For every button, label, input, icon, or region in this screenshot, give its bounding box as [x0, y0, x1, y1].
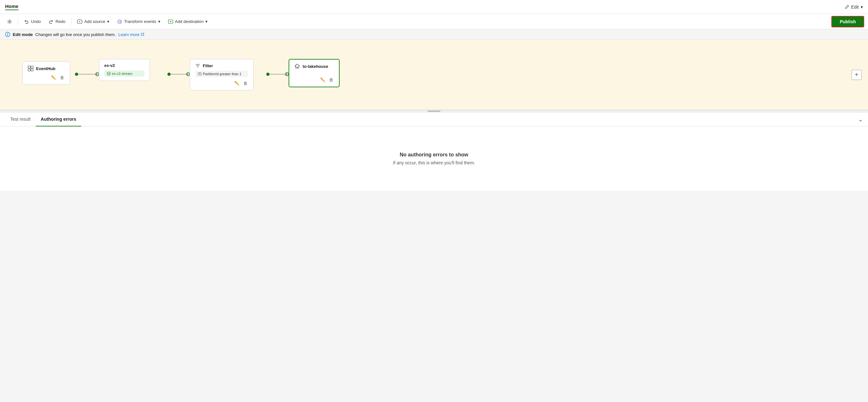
svg-point-11: [187, 73, 190, 76]
svg-rect-19: [28, 69, 30, 71]
filter-condition-icon: [198, 72, 202, 76]
title-bar: Home Edit ▾: [0, 0, 868, 14]
learn-more-label: Learn more: [118, 32, 140, 37]
filter-icon: [195, 63, 200, 68]
learn-more-link[interactable]: Learn more: [118, 32, 144, 37]
esv2-subtitle: es-v2-stream: [112, 72, 132, 75]
svg-point-0: [9, 21, 10, 22]
edit-mode-message: Changes will go live once you publish th…: [35, 32, 116, 37]
lakehouse-icon: [294, 63, 300, 69]
redo-label: Redo: [56, 19, 65, 24]
publish-button[interactable]: Publish: [831, 16, 864, 27]
lakehouse-delete-btn[interactable]: 🗑: [329, 77, 334, 83]
tabs-expand-button[interactable]: ⌄: [858, 116, 863, 123]
toolbar: Undo Redo Add source ▾ Transform events …: [0, 14, 868, 29]
svg-point-14: [266, 73, 270, 76]
divider-handle[interactable]: [0, 110, 868, 112]
filter-node[interactable]: Filter PartitionId greater than 1 ✏️ 🗑: [190, 59, 253, 91]
add-source-dropdown-icon: ▾: [107, 19, 110, 24]
separator-2: [71, 18, 71, 26]
transform-events-dropdown-icon: ▾: [158, 19, 160, 24]
info-icon: [5, 32, 10, 37]
empty-state-message: If any occur, this is where you'll find …: [393, 160, 475, 165]
settings-button[interactable]: [4, 17, 15, 26]
add-icon: +: [855, 71, 859, 78]
settings-icon: [7, 19, 12, 24]
svg-rect-17: [28, 66, 30, 68]
filter-edit-btn[interactable]: ✏️: [234, 80, 240, 86]
svg-point-10: [167, 73, 170, 76]
lakehouse-edit-btn[interactable]: ✏️: [319, 77, 326, 83]
filter-delete-btn[interactable]: 🗑: [243, 80, 248, 86]
svg-marker-8: [96, 73, 98, 75]
svg-point-7: [96, 73, 99, 76]
svg-marker-12: [187, 73, 189, 75]
svg-rect-18: [31, 66, 33, 68]
transform-icon: [117, 19, 122, 24]
add-destination-icon: [168, 19, 173, 24]
eventhub-icon: [28, 66, 33, 71]
esv2-title: es-v2: [104, 63, 115, 68]
add-source-label: Add source: [84, 19, 105, 24]
svg-rect-20: [31, 69, 33, 71]
transform-events-label: Transform events: [124, 19, 156, 24]
eventhub-delete-btn[interactable]: 🗑: [59, 74, 65, 80]
add-destination-button[interactable]: Add destination ▾: [165, 17, 211, 26]
external-link-icon: [141, 33, 145, 36]
eventhub-edit-btn[interactable]: ✏️: [51, 74, 57, 80]
publish-label: Publish: [840, 19, 856, 24]
eventhub-title: EventHub: [36, 66, 56, 71]
svg-marker-16: [285, 73, 288, 75]
undo-icon: [24, 19, 29, 24]
svg-point-6: [75, 73, 78, 76]
add-source-icon: [77, 19, 82, 24]
edit-icon: [845, 5, 849, 9]
tab-test-result[interactable]: Test result: [5, 112, 36, 127]
expand-icon: ⌄: [858, 116, 863, 123]
filter-condition: PartitionId greater than 1: [203, 72, 241, 76]
add-destination-label: Add destination: [175, 19, 204, 24]
add-node-button[interactable]: +: [851, 70, 862, 80]
edit-banner: Edit mode Changes will go live once you …: [0, 29, 868, 40]
page-title: Home: [5, 3, 19, 10]
edit-dropdown-icon: ▾: [861, 4, 863, 9]
add-source-button[interactable]: Add source ▾: [74, 17, 113, 26]
separator-1: [18, 18, 18, 26]
redo-button[interactable]: Redo: [45, 17, 68, 26]
edit-label: Edit: [851, 4, 859, 9]
bottom-panel: Test result Authoring errors ⌄ No author…: [0, 112, 868, 191]
lakehouse-node[interactable]: to-lakehouse ✏️ 🗑: [288, 59, 340, 87]
edit-mode-label: Edit mode: [13, 32, 33, 37]
transform-events-button[interactable]: Transform events ▾: [114, 17, 163, 26]
empty-state-title: No authoring errors to show: [400, 152, 468, 158]
edit-button[interactable]: Edit ▾: [845, 4, 863, 9]
empty-state: No authoring errors to show If any occur…: [0, 127, 868, 191]
eventhub-node[interactable]: EventHub ✏️ 🗑: [22, 62, 70, 85]
redo-icon: [49, 19, 54, 24]
esv2-node[interactable]: es-v2 es-v2-stream: [99, 59, 150, 81]
tab-authoring-errors-label: Authoring errors: [41, 116, 76, 122]
undo-button[interactable]: Undo: [21, 17, 44, 26]
canvas-area: EventHub ✏️ 🗑 es-v2 es-v2-stream Filter: [0, 40, 868, 110]
tab-authoring-errors[interactable]: Authoring errors: [36, 112, 81, 127]
tab-test-result-label: Test result: [10, 116, 31, 122]
lakehouse-title: to-lakehouse: [303, 64, 328, 69]
add-destination-dropdown-icon: ▾: [205, 19, 208, 24]
undo-label: Undo: [31, 19, 41, 24]
tabs-header: Test result Authoring errors ⌄: [0, 112, 868, 127]
stream-icon: [107, 72, 111, 75]
svg-point-15: [285, 73, 288, 76]
filter-title: Filter: [203, 63, 213, 68]
divider-bar: [428, 110, 440, 112]
